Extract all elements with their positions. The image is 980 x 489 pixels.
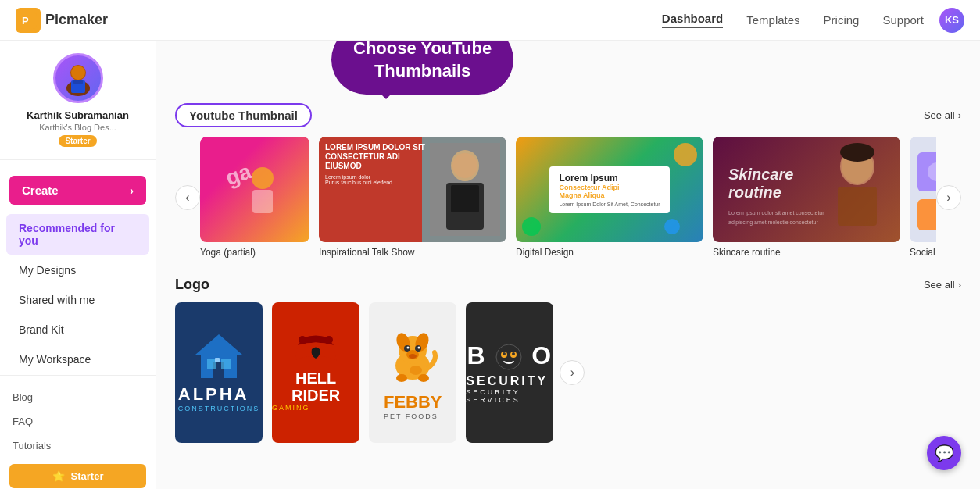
- svg-point-52: [512, 352, 515, 355]
- alpha-main-text: ALPHA: [178, 384, 260, 405]
- nav-templates[interactable]: Templates: [746, 13, 799, 27]
- logo-grid: ALPHA CONSTRUCTIONS: [175, 302, 553, 443]
- main-layout: Karthik Subramanian Karthik's Blog Des..…: [0, 41, 980, 489]
- svg-point-41: [407, 347, 410, 349]
- thumb-label-social: Social Media St...: [910, 247, 936, 258]
- main-content: Choose YouTube Thumbnails Youtube Thumbn…: [156, 41, 980, 489]
- svg-point-12: [452, 153, 477, 178]
- hell-main-text: HELL RIDER: [272, 369, 359, 404]
- svg-text:adipiscing amet molestie conse: adipiscing amet molestie consectetur: [728, 220, 818, 226]
- top-nav: P Picmaker Dashboard Templates Pricing S…: [0, 0, 980, 41]
- boo-sub-text: SECURITY SERVICES: [466, 388, 553, 404]
- logo-card-hell[interactable]: HELL RIDER GAMING: [272, 302, 359, 443]
- starter-badge: Starter: [59, 135, 96, 147]
- febby-sub-text: PET FOODS: [384, 412, 442, 420]
- svg-text:ga: ga: [227, 159, 255, 190]
- logo-carousel: ALPHA CONSTRUCTIONS: [175, 302, 961, 443]
- logo-card-alpha[interactable]: ALPHA CONSTRUCTIONS: [175, 302, 263, 443]
- nav-dashboard[interactable]: Dashboard: [662, 12, 723, 28]
- thumb-label-digital: Digital Design: [516, 247, 703, 258]
- thumb-label-skincare: Skincare routine: [713, 247, 900, 258]
- sidebar-item-recommended[interactable]: Recommended for you: [6, 214, 149, 255]
- svg-rect-24: [917, 199, 936, 230]
- sidebar-tutorials-link[interactable]: Tutorials: [0, 434, 156, 458]
- thumb-card-skincare[interactable]: Skincare routine Lorem ipsum dolor sit a…: [713, 137, 900, 258]
- boo-main-text: B: [467, 341, 553, 372]
- svg-text:Skincare: Skincare: [728, 166, 793, 183]
- svg-point-33: [299, 336, 306, 344]
- thumb-label-talk: Inspirational Talk Show: [319, 247, 506, 258]
- logo-section-title: Logo: [175, 277, 209, 293]
- chat-button[interactable]: 💬: [927, 436, 961, 470]
- svg-point-47: [410, 366, 422, 375]
- svg-text:P: P: [22, 15, 29, 27]
- speech-bubble-container: Choose YouTube Thumbnails: [175, 56, 961, 103]
- nav-links: Dashboard Templates Pricing Support: [662, 12, 924, 28]
- svg-rect-20: [838, 187, 877, 226]
- svg-point-4: [71, 66, 85, 80]
- sidebar-bottom: Blog FAQ Tutorials ⭐ Starter: [0, 375, 156, 489]
- carousel-track: ga Yoga (partial): [200, 137, 936, 258]
- avatar: [53, 53, 103, 103]
- carousel-prev-button[interactable]: ‹: [175, 185, 200, 210]
- svg-point-8: [252, 167, 274, 189]
- svg-point-46: [418, 374, 429, 382]
- logo-carousel-next[interactable]: ›: [560, 360, 585, 385]
- app-logo[interactable]: P Picmaker: [16, 8, 108, 33]
- logo-section-header: Logo See all ›: [175, 277, 961, 293]
- sidebar-faq-link[interactable]: FAQ: [0, 409, 156, 434]
- thumb-label-yoga: Yoga (partial): [200, 247, 309, 258]
- carousel-next-button[interactable]: ›: [936, 185, 961, 210]
- logo-icon: P: [16, 8, 41, 33]
- svg-point-34: [325, 336, 333, 344]
- svg-rect-31: [221, 359, 231, 369]
- thumb-card-talk[interactable]: LOREM IPSUM DOLOR SITCONSECTETUR ADIEIUS…: [319, 137, 506, 258]
- logo-card-febby[interactable]: FEBBY PET FOODS: [369, 302, 456, 443]
- hell-sub-text: GAMING: [272, 404, 359, 412]
- thumb-card-social[interactable]: Social Media St...: [910, 137, 936, 258]
- thumb-card-digital[interactable]: Lorem Ipsum Consectetur AdipiMagna Aliqu…: [516, 137, 703, 258]
- sidebar: Karthik Subramanian Karthik's Blog Des..…: [0, 41, 156, 489]
- sidebar-blog-link[interactable]: Blog: [0, 385, 156, 409]
- svg-point-48: [496, 344, 521, 369]
- svg-rect-13: [451, 185, 479, 212]
- svg-point-45: [396, 374, 407, 382]
- sidebar-item-my-designs[interactable]: My Designs: [6, 256, 149, 284]
- svg-text:routine: routine: [728, 184, 781, 201]
- user-avatar[interactable]: KS: [939, 8, 964, 33]
- febby-main-text: FEBBY: [384, 392, 442, 412]
- sidebar-item-brand-kit[interactable]: Brand Kit: [6, 316, 149, 344]
- youtube-see-all[interactable]: See all ›: [924, 109, 961, 121]
- logo-section: Logo See all ›: [175, 277, 961, 443]
- logo-see-all[interactable]: See all ›: [924, 279, 961, 291]
- nav-pricing[interactable]: Pricing: [824, 13, 860, 27]
- svg-rect-9: [252, 190, 273, 213]
- alpha-sub-text: CONSTRUCTIONS: [178, 405, 260, 412]
- youtube-carousel: ‹ ga Yoga: [175, 137, 961, 258]
- svg-rect-32: [215, 358, 220, 362]
- svg-rect-6: [73, 80, 83, 84]
- boo-security-text: SECURITY: [466, 374, 553, 388]
- starter-upgrade-button[interactable]: ⭐ Starter: [9, 464, 146, 488]
- speech-bubble: Choose YouTube Thumbnails: [331, 41, 513, 95]
- create-button[interactable]: Create ›: [9, 176, 146, 205]
- svg-point-44: [409, 354, 417, 359]
- svg-point-42: [418, 347, 420, 349]
- youtube-section-title: Youtube Thumbnail: [175, 103, 312, 127]
- logo-card-boo[interactable]: B: [466, 302, 553, 443]
- sidebar-profile: Karthik Subramanian Karthik's Blog Des..…: [0, 53, 156, 160]
- nav-support[interactable]: Support: [882, 13, 924, 27]
- youtube-section: Youtube Thumbnail See all › ‹ ga: [175, 103, 961, 258]
- svg-point-51: [503, 352, 506, 355]
- thumb-card-yoga[interactable]: ga Yoga (partial): [200, 137, 309, 258]
- youtube-section-header: Youtube Thumbnail See all ›: [175, 103, 961, 127]
- sidebar-blog: Karthik's Blog Des...: [39, 123, 116, 132]
- chat-icon: 💬: [935, 444, 954, 462]
- app-name: Picmaker: [45, 12, 108, 28]
- svg-text:Lorem ipsum dolor sit amet con: Lorem ipsum dolor sit amet consectetur: [728, 210, 824, 216]
- sidebar-item-shared[interactable]: Shared with me: [6, 286, 149, 314]
- svg-point-21: [840, 143, 874, 162]
- sidebar-item-workspace[interactable]: My Workspace: [6, 345, 149, 373]
- sidebar-username: Karthik Subramanian: [27, 109, 129, 121]
